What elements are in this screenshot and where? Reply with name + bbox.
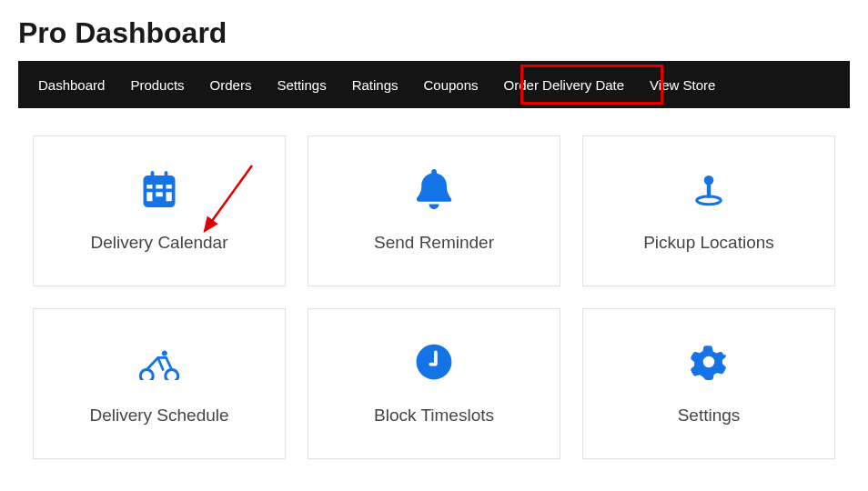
card-settings[interactable]: Settings	[582, 308, 835, 459]
nav-item-coupons[interactable]: Coupons	[411, 65, 491, 105]
svg-point-2	[704, 175, 714, 185]
bicycle-icon	[139, 342, 179, 382]
main-navbar: Dashboard Products Orders Settings Ratin…	[18, 61, 850, 108]
gear-icon	[689, 342, 729, 382]
card-block-timeslots[interactable]: Block Timeslots	[308, 308, 560, 459]
card-pickup-locations[interactable]: Pickup Locations	[582, 135, 835, 286]
nav-item-settings[interactable]: Settings	[264, 65, 338, 105]
card-delivery-schedule[interactable]: Delivery Schedule	[33, 308, 286, 459]
card-title: Delivery Schedule	[89, 406, 228, 426]
svg-line-0	[205, 165, 252, 231]
card-title: Pickup Locations	[643, 233, 774, 253]
pin-icon	[689, 169, 729, 209]
nav-item-orders[interactable]: Orders	[197, 65, 265, 105]
clock-icon	[414, 342, 454, 382]
bell-icon	[414, 169, 454, 209]
cards-grid: Delivery Calendar Send Reminder Pickup L…	[0, 135, 868, 459]
card-title: Delivery Calendar	[90, 233, 227, 253]
nav-item-dashboard[interactable]: Dashboard	[25, 65, 117, 105]
card-delivery-calendar[interactable]: Delivery Calendar	[33, 135, 286, 286]
card-title: Send Reminder	[374, 233, 494, 253]
nav-item-order-delivery-date[interactable]: Order Delivery Date	[491, 65, 638, 105]
svg-rect-3	[707, 185, 711, 198]
nav-item-view-store[interactable]: View Store	[637, 65, 728, 105]
arrow-annotation-icon	[196, 160, 259, 242]
card-send-reminder[interactable]: Send Reminder	[308, 135, 560, 286]
card-title: Block Timeslots	[374, 406, 494, 426]
nav-item-products[interactable]: Products	[117, 65, 197, 105]
nav-item-ratings[interactable]: Ratings	[339, 65, 411, 105]
card-title: Settings	[678, 406, 741, 426]
calendar-icon	[139, 169, 179, 209]
page-title: Pro Dashboard	[0, 0, 868, 61]
